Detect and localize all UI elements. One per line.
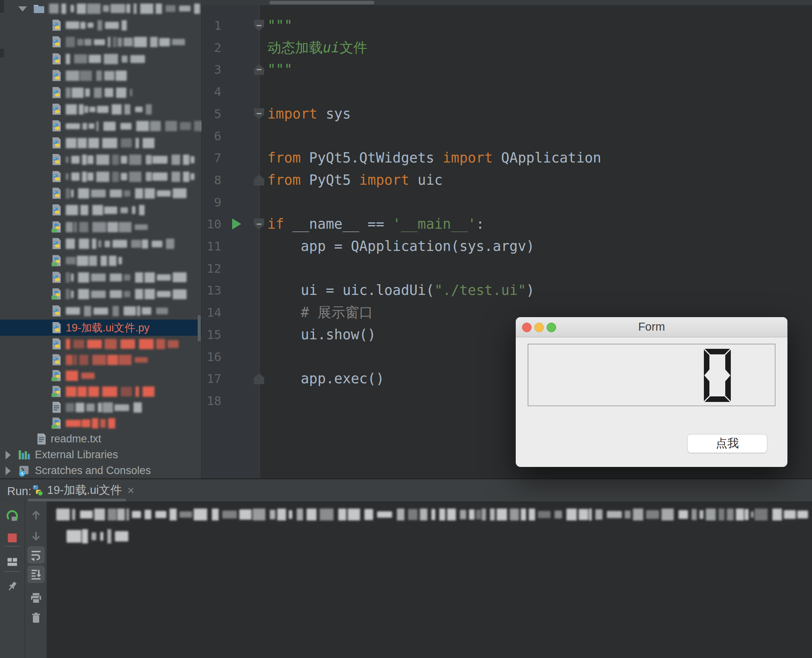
tree-item[interactable] <box>0 135 201 151</box>
redacted-filename <box>66 239 179 249</box>
fold-marker-icon[interactable] <box>254 64 264 75</box>
tree-item[interactable] <box>0 168 201 185</box>
scroll-to-end-toggle-icon[interactable] <box>27 566 45 583</box>
trash-icon[interactable] <box>27 609 45 627</box>
tree-item[interactable] <box>0 415 201 431</box>
line-number: 10 <box>202 213 221 235</box>
editor-line-7[interactable]: 7from PyQt5.QtWidgets import QApplicatio… <box>202 147 812 169</box>
console-output-line <box>67 529 132 544</box>
tree-scrollbar-thumb[interactable] <box>198 315 201 341</box>
editor-line-2[interactable]: 2动态加载ui文件 <box>202 36 812 59</box>
editor-line-6[interactable]: 6 <box>202 125 812 147</box>
tree-item[interactable] <box>0 84 201 101</box>
tree-item[interactable] <box>0 336 201 352</box>
editor-hscrollbar-thumb[interactable] <box>269 1 374 4</box>
tree-item[interactable] <box>0 202 201 218</box>
editor-line-9[interactable]: 9 <box>202 191 812 213</box>
print-icon[interactable] <box>27 589 45 607</box>
redacted-filename <box>66 222 150 232</box>
tree-item[interactable] <box>0 269 201 285</box>
run-tab-underline <box>28 499 126 501</box>
tree-item[interactable] <box>0 367 201 384</box>
run-tab-title: 19-加载.ui文件 <box>47 482 122 498</box>
chevron-right-icon[interactable] <box>6 451 11 459</box>
editor-line-12[interactable]: 12 <box>202 257 812 279</box>
restore-layout-icon[interactable] <box>4 553 21 570</box>
fold-marker-icon[interactable] <box>254 373 264 384</box>
tree-item[interactable] <box>0 286 201 302</box>
click-me-button[interactable]: 点我 <box>687 434 767 453</box>
python-file-icon <box>50 35 63 48</box>
tree-item[interactable] <box>0 51 201 67</box>
tree-item[interactable] <box>0 352 201 368</box>
pin-icon[interactable] <box>4 578 21 595</box>
redacted-filename <box>66 306 173 316</box>
editor-line-13[interactable]: 13 ui = uic.loadUi("./test.ui") <box>202 279 812 301</box>
softwrap-toggle-icon[interactable] <box>27 546 45 564</box>
tree-item-selected[interactable]: 19-加载.ui文件.py <box>0 319 201 336</box>
line-number: 3 <box>202 58 221 80</box>
tree-root-item[interactable] <box>0 0 201 17</box>
redacted-filename <box>66 20 128 31</box>
tree-item[interactable] <box>0 67 201 84</box>
tree-item[interactable] <box>0 34 201 50</box>
tree-item[interactable]: Scratches and Consoles <box>0 463 201 479</box>
tree-item[interactable] <box>0 118 201 134</box>
fold-marker-icon[interactable] <box>254 108 264 119</box>
tree-item[interactable] <box>0 185 201 201</box>
tree-item[interactable] <box>0 101 201 117</box>
lcd-number-display <box>528 344 776 406</box>
python-file-icon <box>50 304 63 318</box>
tree-item[interactable] <box>0 399 201 415</box>
tree-item[interactable] <box>0 383 201 400</box>
lcd-digit-0 <box>704 349 731 402</box>
fold-marker-icon[interactable] <box>254 20 264 31</box>
code-text: from PyQt5.QtWidgets import QApplication <box>267 147 601 169</box>
editor-line-5[interactable]: 5import sys <box>202 103 812 125</box>
chevron-right-icon[interactable] <box>6 467 11 475</box>
redacted-filename <box>66 402 144 413</box>
chevron-down-icon[interactable] <box>18 6 27 11</box>
editor-line-3[interactable]: 3""" <box>202 58 812 80</box>
redacted-filename <box>66 205 147 215</box>
rerun-icon[interactable] <box>4 507 21 525</box>
fold-marker-icon[interactable] <box>254 174 264 186</box>
form-titlebar[interactable]: Form <box>516 317 787 337</box>
run-toolbar-left <box>0 501 25 658</box>
code-text: ui.show() <box>267 323 376 346</box>
tree-item[interactable] <box>0 17 201 33</box>
code-text: app = QApplication(sys.argv) <box>267 235 534 257</box>
run-toolbar-right <box>25 501 47 658</box>
close-tab-icon[interactable]: × <box>128 484 135 497</box>
form-window-title: Form <box>516 320 787 333</box>
tree-item[interactable]: readme.txt <box>0 431 201 447</box>
python-file-icon <box>50 19 63 32</box>
editor-line-8[interactable]: 8from PyQt5 import uic <box>202 169 812 191</box>
line-number: 16 <box>202 346 221 368</box>
text-file-icon <box>35 432 48 446</box>
editor-line-10[interactable]: 10if __name__ == '__main__': <box>202 213 812 235</box>
run-line-icon[interactable] <box>232 218 241 230</box>
code-text: import sys <box>267 103 351 125</box>
run-console <box>47 501 812 658</box>
editor-line-1[interactable]: 1""" <box>202 14 812 36</box>
tree-item[interactable] <box>0 151 201 168</box>
text-file-icon <box>50 401 63 414</box>
tree-item[interactable] <box>0 303 201 319</box>
stop-icon[interactable] <box>4 529 21 547</box>
tree-item[interactable] <box>0 235 201 252</box>
editor-line-4[interactable]: 4 <box>202 80 812 103</box>
python-test-file-icon <box>50 254 63 267</box>
python-test-file-icon <box>50 385 63 398</box>
editor-line-11[interactable]: 11 app = QApplication(sys.argv) <box>202 235 812 257</box>
down-arrow-icon[interactable] <box>27 528 45 545</box>
tree-item[interactable] <box>0 252 201 269</box>
tree-item[interactable] <box>0 219 201 235</box>
run-tool-window: Run: 19-加载.ui文件 × <box>0 478 812 658</box>
run-tab[interactable]: 19-加载.ui文件 × <box>31 481 134 500</box>
python-run-icon <box>31 484 43 497</box>
tree-item[interactable]: External Libraries <box>0 447 201 463</box>
console-output-line <box>56 509 809 522</box>
up-arrow-icon[interactable] <box>27 506 45 524</box>
fold-marker-icon[interactable] <box>254 218 264 230</box>
